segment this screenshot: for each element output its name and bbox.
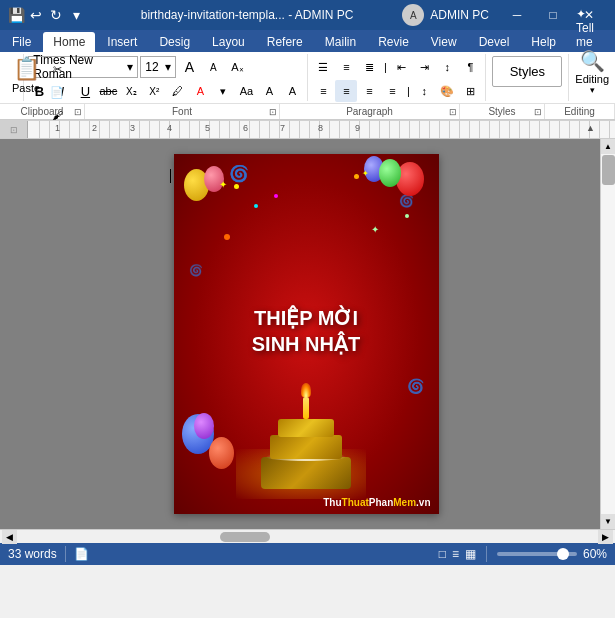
clipboard-group: 📋 Paste ✂ 📄 🖌: [0, 54, 24, 101]
vertical-scrollbar: ▲ ▼: [600, 139, 615, 529]
scroll-up-button[interactable]: ▲: [601, 139, 616, 154]
save-icon[interactable]: 💾: [8, 7, 24, 23]
scroll-right-button[interactable]: ▶: [598, 530, 613, 544]
superscript-button[interactable]: X²: [143, 80, 165, 102]
bullets-button[interactable]: ☰: [312, 56, 334, 78]
font-adjust2[interactable]: A: [281, 80, 303, 102]
clipboard-expand[interactable]: ⊡: [74, 107, 82, 117]
editing-button[interactable]: 🔍 Editing ▾: [575, 49, 609, 95]
align-right-button[interactable]: ≡: [358, 80, 380, 102]
show-formatting-button[interactable]: ¶: [459, 56, 481, 78]
paragraph-expand[interactable]: ⊡: [449, 107, 457, 117]
grow-font-button[interactable]: A: [178, 56, 200, 78]
ruler-num-1: 1: [55, 123, 60, 133]
undo-icon[interactable]: ↩: [28, 7, 44, 23]
editing-label-bottom: Editing: [545, 104, 615, 119]
strikethrough-button[interactable]: abc: [97, 80, 119, 102]
styles-gallery[interactable]: Styles: [492, 56, 562, 87]
zoom-level: 60%: [583, 547, 607, 561]
scroll-left-button[interactable]: ◀: [2, 530, 17, 544]
username: ADMIN PC: [430, 8, 489, 22]
document-page[interactable]: 🌀 🌀 🌀 🌀 ✦ ✦ ✦ THIỆP MỜI SINH NHẬT: [174, 154, 439, 514]
shrink-font-button[interactable]: A: [202, 56, 224, 78]
cut-button[interactable]: ✂: [46, 58, 68, 80]
highlight-button[interactable]: 🖊: [166, 80, 188, 102]
tab-references[interactable]: Refere: [257, 32, 313, 52]
tab-layout[interactable]: Layou: [202, 32, 255, 52]
balloon-purple-bl: [194, 413, 214, 439]
view-print-icon[interactable]: □: [439, 547, 446, 561]
font-color-dropdown[interactable]: ▾: [212, 80, 234, 102]
font-expand[interactable]: ⊡: [269, 107, 277, 117]
tab-help[interactable]: Help: [521, 32, 566, 52]
tab-view[interactable]: View: [421, 32, 467, 52]
align-center-button[interactable]: ≡: [335, 80, 357, 102]
document-area[interactable]: 🌀 🌀 🌀 🌀 ✦ ✦ ✦ THIỆP MỜI SINH NHẬT: [0, 139, 600, 529]
tab-insert[interactable]: Insert: [97, 32, 147, 52]
dropdown-icon[interactable]: ▾: [68, 7, 84, 23]
tab-mailings[interactable]: Mailin: [315, 32, 366, 52]
tab-developer[interactable]: Devel: [469, 32, 520, 52]
borders-button[interactable]: ⊞: [459, 80, 481, 102]
ruler-scroll-up[interactable]: ▲: [586, 123, 595, 133]
watermark-mem: Mem: [393, 497, 416, 508]
increase-indent-button[interactable]: ⇥: [413, 56, 435, 78]
sort-button[interactable]: ↕: [436, 56, 458, 78]
ruler-num-8: 8: [318, 123, 323, 133]
zoom-slider[interactable]: [497, 552, 577, 556]
text-cursor: [170, 169, 171, 183]
font-adjust1[interactable]: A: [258, 80, 280, 102]
ruler-corner[interactable]: ⊡: [0, 121, 28, 139]
styles-expand[interactable]: ⊡: [534, 107, 542, 117]
copy-button[interactable]: 📄: [46, 81, 68, 103]
minimize-button[interactable]: ─: [499, 0, 535, 30]
h-scroll-track[interactable]: [17, 532, 598, 542]
sep1: |: [381, 56, 389, 78]
justify-button[interactable]: ≡: [381, 80, 403, 102]
ruler-num-3: 3: [130, 123, 135, 133]
confetti-1: [234, 184, 239, 189]
statusbar-right: □ ≡ ▦ 60%: [439, 546, 607, 562]
clear-format-button[interactable]: Aₓ: [226, 56, 248, 78]
redo-icon[interactable]: ↻: [48, 7, 64, 23]
font-color-button[interactable]: A: [189, 80, 211, 102]
font-size-dropdown[interactable]: ▾: [165, 60, 171, 74]
scroll-track[interactable]: [601, 154, 616, 514]
paste-icon: 📋: [13, 58, 40, 80]
line-spacing-button[interactable]: ↕: [413, 80, 435, 102]
ruler-num-5: 5: [205, 123, 210, 133]
statusbar-sep2: [486, 546, 487, 562]
scroll-thumb[interactable]: [602, 155, 615, 185]
tab-design[interactable]: Desig: [149, 32, 200, 52]
decrease-indent-button[interactable]: ⇤: [390, 56, 412, 78]
font-name-dropdown[interactable]: ▾: [127, 60, 133, 74]
paste-button[interactable]: 📋 Paste: [6, 56, 46, 96]
numbering-button[interactable]: ≡: [335, 56, 357, 78]
tab-tellme[interactable]: ✦ Tell me: [566, 4, 604, 52]
scroll-down-button[interactable]: ▼: [601, 514, 616, 529]
tab-review[interactable]: Revie: [368, 32, 419, 52]
candle-flame: [301, 383, 311, 397]
editing-dropdown[interactable]: ▾: [590, 85, 595, 95]
underline-button[interactable]: U: [74, 80, 96, 102]
font-size-selector[interactable]: 12 ▾: [140, 56, 176, 78]
tab-file[interactable]: File: [2, 32, 41, 52]
paragraph-label: Paragraph ⊡: [280, 104, 460, 119]
cake-candle: [303, 397, 309, 419]
watermark-thuat: Thuat: [342, 497, 369, 508]
tab-home[interactable]: Home: [43, 32, 95, 52]
multilevel-button[interactable]: ≣: [358, 56, 380, 78]
status-bar: 33 words 📄 □ ≡ ▦ 60%: [0, 543, 615, 565]
shading-button[interactable]: 🎨: [436, 80, 458, 102]
view-read-icon[interactable]: ▦: [465, 547, 476, 561]
align-left-button[interactable]: ≡: [312, 80, 334, 102]
balloon-green-tr: [379, 159, 401, 187]
window-title: birthday-invitation-templa... - ADMIN PC: [92, 8, 402, 22]
zoom-thumb[interactable]: [557, 548, 569, 560]
subscript-button[interactable]: X₂: [120, 80, 142, 102]
view-web-icon[interactable]: ≡: [452, 547, 459, 561]
more-font-button[interactable]: Aa: [235, 80, 257, 102]
document-info-icon[interactable]: 📄: [74, 547, 89, 561]
h-scroll-thumb[interactable]: [220, 532, 270, 542]
card-title-line1: THIỆP MỜI: [252, 305, 360, 331]
